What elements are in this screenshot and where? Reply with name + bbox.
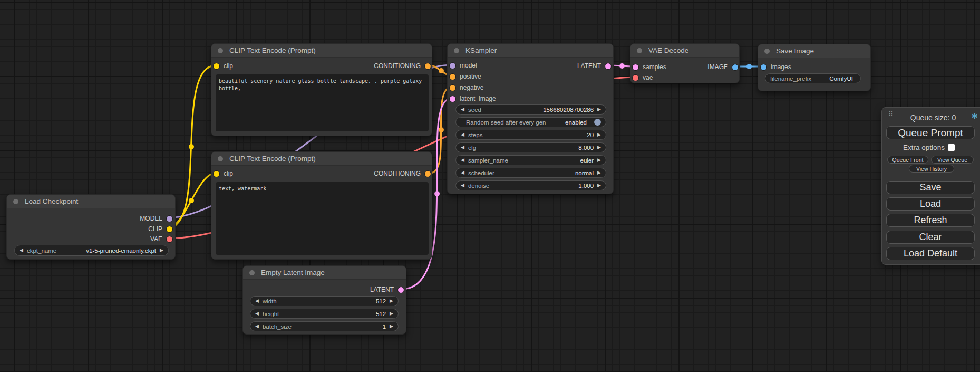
load-button[interactable]: Load <box>886 197 975 211</box>
clear-button[interactable]: Clear <box>886 231 975 244</box>
output-dot-model[interactable] <box>167 216 172 222</box>
output-dot-clip[interactable] <box>167 226 172 232</box>
decrement-arrow-icon[interactable]: ◀ <box>255 321 259 331</box>
widget-steps[interactable]: ◀ steps 20 ▶ <box>455 130 606 140</box>
output-slot-clip[interactable]: CLIP <box>148 225 172 233</box>
node-title-bar[interactable]: Load Checkpoint <box>7 195 175 208</box>
output-dot-conditioning[interactable] <box>425 63 431 69</box>
increment-arrow-icon[interactable]: ▶ <box>390 321 393 331</box>
node-collapse-dot[interactable] <box>218 156 223 161</box>
node-clip-text-encode-positive[interactable]: CLIP Text Encode (Prompt) clip CONDITION… <box>211 43 432 136</box>
output-slot-model[interactable]: MODEL <box>140 215 172 222</box>
output-dot-vae[interactable] <box>167 236 172 242</box>
widget-random-seed-toggle[interactable]: Random seed after every gen enabled <box>455 117 606 127</box>
output-slot-latent[interactable]: LATENT <box>370 286 404 293</box>
gear-icon[interactable]: ✱ <box>971 111 978 121</box>
increment-arrow-icon[interactable]: ▶ <box>597 130 601 140</box>
toggle-dot[interactable] <box>594 119 601 126</box>
decrement-arrow-icon[interactable]: ◀ <box>255 309 259 319</box>
queue-prompt-button[interactable]: Queue Prompt <box>886 126 975 139</box>
input-slot-model[interactable]: model <box>450 62 477 69</box>
widget-width[interactable]: ◀ width 512 ▶ <box>250 296 399 306</box>
input-dot-samples[interactable] <box>633 64 638 70</box>
increment-arrow-icon[interactable]: ▶ <box>390 296 393 306</box>
prompt-textarea[interactable]: text, watermark <box>216 182 429 255</box>
input-slot-latent-image[interactable]: latent_image <box>450 95 496 102</box>
input-slot-negative[interactable]: negative <box>450 84 483 91</box>
node-ksampler[interactable]: KSampler model positive negative latent_… <box>447 43 614 194</box>
increment-arrow-icon[interactable]: ▶ <box>597 180 601 190</box>
increment-arrow-icon[interactable]: ▶ <box>597 142 601 152</box>
node-load-checkpoint[interactable]: Load Checkpoint MODEL CLIP VAE ◀ ckpt_na… <box>6 194 176 260</box>
increment-arrow-icon[interactable]: ▶ <box>597 104 601 115</box>
output-slot-conditioning[interactable]: CONDITIONING <box>374 62 431 70</box>
node-collapse-dot[interactable] <box>13 199 18 204</box>
node-collapse-dot[interactable] <box>249 270 255 275</box>
output-dot-latent[interactable] <box>398 287 404 293</box>
increment-arrow-icon[interactable]: ▶ <box>390 309 393 319</box>
node-save-image[interactable]: Save Image images filename_prefix ComfyU… <box>758 44 871 91</box>
node-collapse-dot[interactable] <box>764 49 770 54</box>
queue-front-button[interactable]: Queue Front <box>887 156 928 164</box>
save-button[interactable]: Save <box>886 181 975 194</box>
node-title-bar[interactable]: KSampler <box>448 44 613 58</box>
output-slot-conditioning[interactable]: CONDITIONING <box>374 170 431 177</box>
decrement-arrow-icon[interactable]: ◀ <box>461 180 464 190</box>
input-dot-clip[interactable] <box>214 171 219 177</box>
output-dot-conditioning[interactable] <box>425 171 431 177</box>
widget-batch-size[interactable]: ◀ batch_size 1 ▶ <box>250 321 399 331</box>
widget-ckpt-name[interactable]: ◀ ckpt_name v1-5-pruned-emaonly.ckpt ▶ <box>14 245 169 256</box>
node-title-bar[interactable]: CLIP Text Encode (Prompt) <box>211 152 432 166</box>
node-collapse-dot[interactable] <box>637 48 642 53</box>
decrement-arrow-icon[interactable]: ◀ <box>461 142 464 152</box>
decrement-arrow-icon[interactable]: ◀ <box>255 296 259 306</box>
input-dot-positive[interactable] <box>450 74 455 80</box>
widget-scheduler[interactable]: ◀ scheduler normal ▶ <box>455 168 606 178</box>
widget-filename-prefix[interactable]: filename_prefix ComfyUI <box>765 73 861 83</box>
input-slot-vae[interactable]: vae <box>633 74 653 81</box>
input-slot-positive[interactable]: positive <box>450 73 481 80</box>
input-dot-negative[interactable] <box>450 85 455 91</box>
decrement-arrow-icon[interactable]: ◀ <box>461 155 464 165</box>
load-default-button[interactable]: Load Default <box>886 247 975 260</box>
input-dot-latent-image[interactable] <box>450 96 455 102</box>
increment-arrow-icon[interactable]: ▶ <box>160 245 163 255</box>
input-slot-samples[interactable]: samples <box>633 63 666 71</box>
widget-denoise[interactable]: ◀ denoise 1.000 ▶ <box>455 180 606 190</box>
input-dot-vae[interactable] <box>633 75 638 81</box>
node-title-bar[interactable]: CLIP Text Encode (Prompt) <box>211 44 432 58</box>
widget-height[interactable]: ◀ height 512 ▶ <box>250 309 399 319</box>
input-slot-clip[interactable]: clip <box>214 62 233 70</box>
extra-options-checkbox[interactable] <box>948 144 955 151</box>
output-dot-image[interactable] <box>732 64 738 70</box>
comfyui-canvas[interactable]: { "link_colors": { "MODEL": "#B39DDB", "… <box>0 0 980 372</box>
node-title-bar[interactable]: Empty Latent Image <box>243 266 406 280</box>
node-title-bar[interactable]: Save Image <box>758 44 870 58</box>
input-dot-images[interactable] <box>761 64 766 70</box>
output-slot-image[interactable]: IMAGE <box>707 63 738 71</box>
view-queue-button[interactable]: View Queue <box>931 156 974 164</box>
output-slot-vae[interactable]: VAE <box>150 235 172 243</box>
refresh-button[interactable]: Refresh <box>886 214 975 227</box>
increment-arrow-icon[interactable]: ▶ <box>597 155 601 165</box>
node-vae-decode[interactable]: VAE Decode samples vae IMAGE <box>630 43 740 83</box>
input-slot-images[interactable]: images <box>761 63 791 71</box>
node-collapse-dot[interactable] <box>218 48 223 53</box>
decrement-arrow-icon[interactable]: ◀ <box>461 104 464 115</box>
decrement-arrow-icon[interactable]: ◀ <box>20 245 23 255</box>
view-history-button[interactable]: View History <box>909 165 954 173</box>
widget-sampler-name[interactable]: ◀ sampler_name euler ▶ <box>455 155 606 165</box>
output-slot-latent[interactable]: LATENT <box>577 62 611 70</box>
decrement-arrow-icon[interactable]: ◀ <box>461 168 464 178</box>
node-collapse-dot[interactable] <box>454 48 459 53</box>
node-title-bar[interactable]: VAE Decode <box>630 44 739 58</box>
widget-seed[interactable]: ◀ seed 156680208700286 ▶ <box>455 104 606 115</box>
output-dot-latent[interactable] <box>605 63 611 69</box>
widget-cfg[interactable]: ◀ cfg 8.000 ▶ <box>455 142 606 152</box>
prompt-textarea[interactable]: beautiful scenery nature glass bottle la… <box>216 74 429 131</box>
input-slot-clip[interactable]: clip <box>214 170 233 177</box>
input-dot-model[interactable] <box>450 63 455 69</box>
node-empty-latent-image[interactable]: Empty Latent Image LATENT ◀ width 512 ▶ … <box>242 265 406 335</box>
increment-arrow-icon[interactable]: ▶ <box>597 168 601 178</box>
node-clip-text-encode-negative[interactable]: CLIP Text Encode (Prompt) clip CONDITION… <box>211 151 432 260</box>
